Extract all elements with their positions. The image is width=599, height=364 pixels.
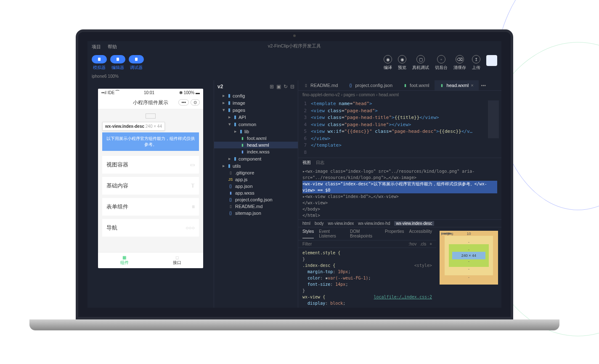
folder-icon: ▮ [240, 129, 242, 134]
status-battery: ✽ 100% ▬ [179, 90, 200, 95]
file-icon: ▮ [403, 83, 408, 87]
close-button[interactable]: ⊙ [191, 99, 200, 106]
folder-icon: ▮ [234, 156, 236, 161]
file-icon: ▮ [240, 150, 245, 154]
tool-1[interactable]: ◉预览 [398, 55, 406, 71]
path-crumb[interactable]: wx-view.index-desc [394, 221, 434, 226]
topbar: 模拟器编辑器调试器 ◉编译◉预览▢真机调试▫切后台⌫清缓存↥上传 [87, 53, 501, 72]
mode-1[interactable]: 编辑器 [110, 55, 125, 71]
file-icon: ▮ [440, 83, 445, 87]
highlighted-element[interactable]: 以下用展示小程序官方组件能力，组件样式仅供参考。 [102, 132, 199, 151]
svg-rect-1 [117, 58, 119, 61]
device-status: iphone6 100% [92, 74, 119, 79]
tool-3[interactable]: ▫切后台 [435, 55, 448, 71]
minimap[interactable] [488, 100, 499, 138]
file-sitemap.json[interactable]: {}sitemap.json [214, 210, 298, 216]
avatar[interactable] [486, 55, 497, 66]
cls-toggle[interactable]: .cls [420, 242, 426, 246]
folder-pages[interactable]: ▾▮pages [214, 106, 298, 113]
logo-placeholder [146, 113, 156, 119]
tool-2[interactable]: ▢真机调试 [412, 55, 429, 71]
folder-component[interactable]: ▸▮component [214, 155, 298, 162]
tab-project.config.json[interactable]: {}project.config.json [343, 80, 398, 90]
phone-statusbar: ••ıl IDE ⁀ 10:01 ✽ 100% ▬ [98, 89, 203, 97]
hover-toggle[interactable]: :hov [408, 242, 416, 246]
file-head.wxml[interactable]: ▮head.wxml [214, 142, 298, 148]
path-crumb[interactable]: body [315, 221, 324, 226]
tab-api[interactable]: ◻ 接口 [151, 253, 203, 268]
file-.gitignore[interactable]: ▯.gitignore [214, 169, 298, 176]
file-foot.wxml[interactable]: ▮foot.wxml [214, 135, 298, 142]
more-tabs[interactable]: ••• [479, 80, 489, 90]
tool-5[interactable]: ↥上传 [472, 55, 480, 71]
list-item[interactable]: 表单组件≡ [102, 198, 199, 216]
css-rules[interactable]: element.style { } .index-desc {<style> m… [298, 248, 436, 308]
breadcrumb[interactable]: fino-applet-demo-v2 › pages › common › h… [298, 91, 501, 99]
dt-tab-日志[interactable]: 日志 [316, 160, 324, 166]
new-file-icon[interactable]: ⊞ [270, 84, 274, 90]
explorer-root[interactable]: v2 [217, 84, 223, 90]
api-icon: ◻ [153, 255, 201, 260]
inspect-tooltip: wx-view.index-desc 240 × 44 [102, 122, 165, 131]
mode-2[interactable]: 调试器 [129, 55, 144, 71]
styles-filter[interactable]: Filter [302, 242, 408, 246]
collapse-icon[interactable]: ⊟ [290, 84, 294, 90]
path-crumb[interactable]: wx-view.index [328, 221, 354, 226]
dt-tab-视图[interactable]: 视图 [302, 160, 311, 166]
file-icon: JS [228, 177, 233, 182]
grid-icon: ▦ [101, 255, 148, 260]
file-app.json[interactable]: {}app.json [214, 183, 298, 190]
file-README.md[interactable]: ▯README.md [214, 203, 298, 210]
simulator-panel: ••ıl IDE ⁀ 10:01 ✽ 100% ▬ 小程序组件展示 ••• ⊙ [87, 80, 214, 308]
styles-tab-Accessibility[interactable]: Accessibility [409, 229, 432, 238]
styles-tab-Event Listeners[interactable]: Event Listeners [319, 229, 345, 238]
laptop-frame: 项目 帮助 v2-FinClip小程序开发工具 模拟器编辑器调试器 ◉编译◉预览… [76, 29, 513, 330]
file-index.wxss[interactable]: ▮index.wxss [214, 148, 298, 155]
folder-image[interactable]: ▸▮image [214, 99, 298, 106]
styles-tab-DOM Breakpoints[interactable]: DOM Breakpoints [350, 229, 380, 238]
tab-head.wxml[interactable]: ▮head.wxml× [435, 80, 479, 90]
file-icon: {} [228, 198, 233, 202]
mode-0[interactable]: 模拟器 [92, 55, 107, 71]
close-icon[interactable]: × [471, 83, 473, 88]
file-app.wxss[interactable]: ▮app.wxss [214, 190, 298, 196]
list-item[interactable]: 导航○○○ [102, 219, 199, 237]
folder-icon: ▮ [234, 121, 236, 127]
file-icon: ▯ [303, 83, 308, 87]
list-item[interactable]: 视图容器▭ [102, 156, 199, 174]
folder-icon: ▮ [228, 163, 231, 169]
styles-tab-Styles[interactable]: Styles [302, 229, 314, 238]
devtools-panel: 视图日志 ▸<wx-image class="index-logo" src="… [298, 158, 501, 308]
camera-icon [293, 34, 296, 37]
code-editor[interactable]: 1<template name="head">2 <view class="pa… [298, 99, 501, 158]
folder-config[interactable]: ▸▮config [214, 92, 298, 99]
more-button[interactable]: ••• [178, 99, 189, 106]
folder-icon: ▮ [234, 114, 236, 120]
styles-tab-Properties[interactable]: Properties [385, 229, 404, 238]
new-folder-icon[interactable]: ▣ [276, 84, 281, 90]
statusbar: iphone6 100% [87, 72, 501, 80]
path-crumb[interactable]: html [302, 221, 310, 226]
add-style-button[interactable]: + [429, 242, 432, 246]
file-project.config.json[interactable]: {}project.config.json [214, 196, 298, 203]
tool-0[interactable]: ◉编译 [384, 55, 392, 71]
dom-inspector[interactable]: ▸<wx-image class="index-logo" src="../re… [298, 167, 501, 219]
list-item[interactable]: 基础内容𝕋 [102, 177, 199, 195]
file-icon: {} [228, 184, 233, 188]
file-app.js[interactable]: JSapp.js [214, 176, 298, 183]
path-crumb[interactable]: wx-view.index-hd [358, 221, 390, 226]
file-explorer: v2 ⊞ ▣ ↻ ⊟ ▸▮config▸▮image▾▮pages▸▮API▾▮… [214, 80, 298, 308]
tab-foot.wxml[interactable]: ▮foot.wxml [398, 80, 434, 90]
file-icon: {} [348, 83, 353, 87]
tab-README.md[interactable]: ▯README.md [298, 80, 343, 90]
folder-common[interactable]: ▾▮common [214, 121, 298, 128]
tool-4[interactable]: ⌫清缓存 [453, 55, 466, 71]
status-carrier: ••ıl IDE ⁀ [101, 90, 119, 95]
folder-utils[interactable]: ▸▮utils [214, 162, 298, 169]
refresh-icon[interactable]: ↻ [284, 84, 288, 90]
file-icon: ▮ [240, 136, 245, 140]
folder-API[interactable]: ▸▮API [214, 113, 298, 121]
item-icon: 𝕋 [191, 183, 195, 189]
tab-components[interactable]: ▦ 组件 [98, 253, 151, 268]
folder-lib[interactable]: ▸▮lib [214, 128, 298, 135]
